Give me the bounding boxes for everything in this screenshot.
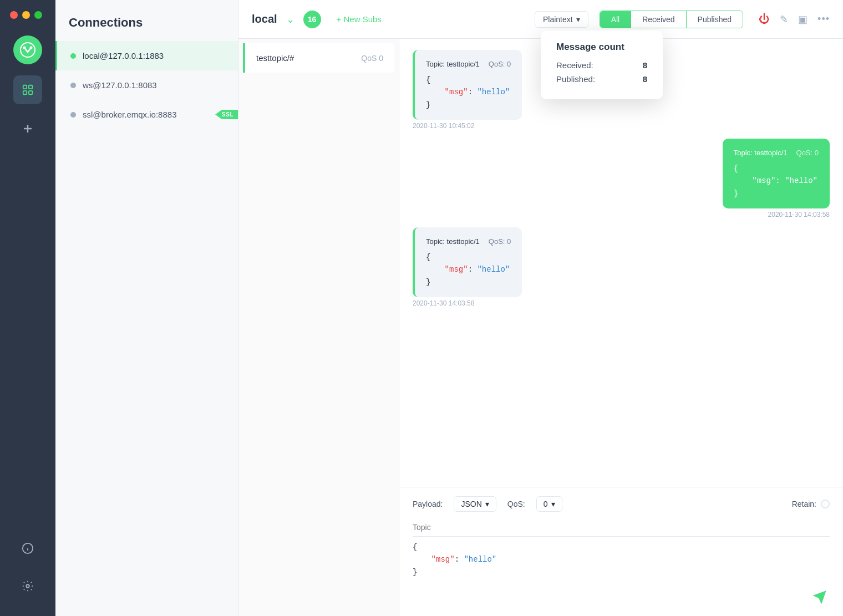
msg-topic-1: Topic: testtopic/1 <box>426 59 480 70</box>
msg-body-1: { "msg": "hello" } <box>426 74 511 111</box>
retain-control: Retain: <box>792 500 830 508</box>
tooltip-received-value: 8 <box>643 60 647 70</box>
message-bubble-received-3: Topic: testtopic/1 QoS: 0 { "msg": "hell… <box>413 227 522 297</box>
connection-label-ssl: ssl@broker.emqx.io:8883 <box>83 110 176 119</box>
traffic-lights <box>0 11 42 19</box>
msg-body-3: { "msg": "hello" } <box>426 251 511 288</box>
retain-radio[interactable] <box>821 500 830 508</box>
msg-qos-3: QoS: 0 <box>489 236 511 248</box>
svg-rect-3 <box>23 85 27 89</box>
status-dot-disconnected-ws <box>70 83 76 88</box>
sidebar-item-local[interactable]: local@127.0.0.1:1883 <box>55 41 238 70</box>
svg-point-2 <box>30 47 33 49</box>
msg-qos-2: QoS: 0 <box>796 147 819 159</box>
svg-rect-6 <box>29 91 32 94</box>
edit-icon[interactable]: ✎ <box>780 13 788 26</box>
message-bubble-received-1: Topic: testtopic/1 QoS: 0 { "msg": "hell… <box>413 50 522 120</box>
tooltip-published-value: 8 <box>643 74 647 84</box>
connection-name: local <box>252 13 277 26</box>
filter-tab-all[interactable]: All <box>600 11 632 28</box>
svg-marker-14 <box>814 592 825 603</box>
message-group-3: Topic: testtopic/1 QoS: 0 { "msg": "hell… <box>413 227 830 307</box>
top-bar-right: Plaintext ▾ All Received Published ⏻ ✎ ▣… <box>535 11 830 28</box>
payload-editor[interactable]: { "msg": "hello" } <box>413 537 830 583</box>
msg-body-2: { "msg": "hello" } <box>734 162 819 200</box>
more-icon[interactable]: ••• <box>817 13 830 25</box>
publish-area: Payload: JSON ▾ QoS: 0 ▾ Retain: <box>399 487 843 616</box>
tooltip-received-row: Received: 8 <box>556 60 647 70</box>
status-dot-disconnected-ssl <box>70 112 76 118</box>
close-button[interactable] <box>10 11 18 19</box>
message-group-2: Topic: testtopic/1 QoS: 0 { "msg": "hell… <box>413 139 830 218</box>
power-icon[interactable]: ⏻ <box>759 13 770 26</box>
sub-topic: testtopic/# <box>256 53 354 63</box>
messages-list: Topic: testtopic/1 QoS: 0 { "msg": "hell… <box>399 39 843 487</box>
minimize-button[interactable] <box>22 11 30 19</box>
svg-rect-4 <box>29 85 32 89</box>
maximize-button[interactable] <box>34 11 42 19</box>
message-count-tooltip: Message count Received: 8 Published: 8 <box>541 30 663 99</box>
sidebar-title: Connections <box>55 0 238 41</box>
tooltip-received-label: Received: <box>556 60 593 70</box>
main-content: local ⌄ 16 + New Subs Plaintext ▾ All Re… <box>238 0 843 616</box>
msg-topic-line-1: Topic: testtopic/1 QoS: 0 <box>426 59 511 70</box>
chevron-down-icon-qos: ▾ <box>551 500 555 508</box>
chevron-down-icon-plaintext: ▾ <box>576 15 580 24</box>
nav-connections[interactable] <box>13 75 42 104</box>
info-icon[interactable] <box>13 534 42 563</box>
message-bubble-sent-2: Topic: testtopic/1 QoS: 0 { "msg": "hell… <box>723 139 830 208</box>
payload-label: Payload: <box>413 500 443 508</box>
status-dot-connected <box>70 53 76 59</box>
message-count-badge[interactable]: 16 <box>303 11 321 28</box>
ssl-badge: SSL <box>215 110 238 119</box>
tooltip-published-label: Published: <box>556 74 595 84</box>
send-button[interactable] <box>810 587 830 607</box>
msg-topic-line-2: Topic: testtopic/1 QoS: 0 <box>734 147 819 159</box>
msg-topic-2: Topic: testtopic/1 <box>734 147 788 159</box>
connection-label-ws: ws@127.0.0.1:8083 <box>83 80 157 90</box>
add-connection-icon[interactable] <box>13 114 42 143</box>
qos-select[interactable]: 0 ▾ <box>536 496 562 512</box>
settings-icon[interactable] <box>13 572 42 600</box>
sidebar: Connections local@127.0.0.1:1883 ws@127.… <box>55 0 238 616</box>
msg-topic-line-3: Topic: testtopic/1 QoS: 0 <box>426 236 511 248</box>
msg-timestamp-1: 2020-11-30 10:45:02 <box>413 122 830 130</box>
filter-tabs: All Received Published <box>600 11 743 28</box>
svg-point-12 <box>26 584 29 588</box>
publish-controls: Payload: JSON ▾ QoS: 0 ▾ Retain: <box>413 496 830 512</box>
sidebar-item-ssl[interactable]: ssl@broker.emqx.io:8883 SSL <box>55 100 238 129</box>
bottom-icons <box>13 534 42 605</box>
retain-label: Retain: <box>792 500 816 508</box>
sub-qos: QoS 0 <box>361 54 383 63</box>
messages-panel: Topic: testtopic/1 QoS: 0 { "msg": "hell… <box>399 39 843 616</box>
payload-type-select[interactable]: JSON ▾ <box>454 496 496 512</box>
qos-label: QoS: <box>507 500 525 508</box>
sidebar-item-ws[interactable]: ws@127.0.0.1:8083 <box>55 70 238 100</box>
filter-tab-published[interactable]: Published <box>687 11 743 28</box>
chevron-down-icon[interactable]: ⌄ <box>286 13 294 26</box>
svg-point-1 <box>23 47 26 49</box>
top-bar: local ⌄ 16 + New Subs Plaintext ▾ All Re… <box>238 0 843 39</box>
chevron-down-icon-payload: ▾ <box>485 500 489 508</box>
icon-bar <box>0 0 55 616</box>
msg-timestamp-3: 2020-11-30 14:03:58 <box>413 299 830 307</box>
topic-input[interactable] <box>413 518 830 537</box>
subscriptions-panel: testtopic/# QoS 0 <box>238 39 399 616</box>
msg-topic-3: Topic: testtopic/1 <box>426 236 480 248</box>
tooltip-published-row: Published: 8 <box>556 74 647 84</box>
new-subs-button[interactable]: + New Subs <box>330 11 388 27</box>
monitor-icon[interactable]: ▣ <box>798 13 808 26</box>
subscription-item[interactable]: testtopic/# QoS 0 <box>243 43 394 73</box>
filter-tab-received[interactable]: Received <box>631 11 686 28</box>
msg-timestamp-2: 2020-11-30 14:03:58 <box>768 211 830 218</box>
connection-label-local: local@127.0.0.1:1883 <box>83 51 164 60</box>
plaintext-select[interactable]: Plaintext ▾ <box>535 11 588 28</box>
split-panel: testtopic/# QoS 0 Topic: testtopic/1 QoS… <box>238 39 843 616</box>
svg-rect-5 <box>23 91 27 94</box>
msg-qos-1: QoS: 0 <box>489 59 511 70</box>
logo-icon[interactable] <box>13 35 42 64</box>
svg-point-0 <box>21 43 35 57</box>
tooltip-title: Message count <box>556 42 647 53</box>
